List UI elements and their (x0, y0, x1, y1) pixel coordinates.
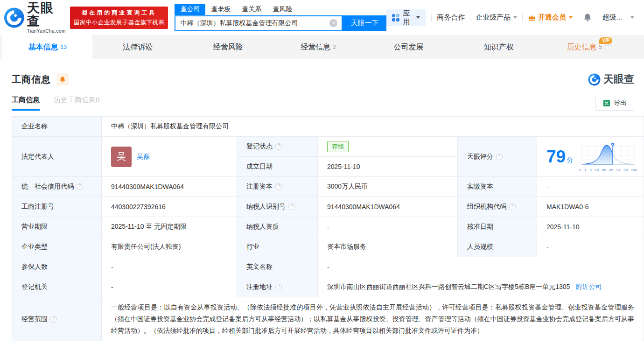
nearby-companies-link[interactable]: 附近公司 (575, 283, 602, 290)
score-distribution-chart: 0131550859799100 (579, 141, 637, 172)
org-code-label: 组织机构代码? (458, 197, 537, 217)
tab-label: 历史信息 (567, 42, 596, 52)
watermark-logo: 天眼查 (588, 72, 634, 86)
table-row: 营业期限 2025-11-10 至 无固定期限 纳税人资质 - 核准日期 202… (12, 217, 644, 237)
tab-intellectual-property[interactable]: 知识产权 (454, 35, 544, 59)
reg-status-label: 登记状态? (237, 137, 318, 157)
main-tab-bar: 基本信息 13 法律诉讼 经营风险 经营信息 2 公司发展 知识产权 VIP 历… (0, 35, 644, 59)
biz-term-value: 2025-11-10 至 无固定期限 (102, 217, 237, 237)
status-badge: 存续 (327, 141, 349, 152)
help-icon[interactable]: ? (509, 204, 516, 210)
tab-count: 13 (61, 44, 67, 50)
vip-badge: VIP (599, 37, 612, 44)
nav-open-vip[interactable]: 开通会员 (523, 13, 578, 22)
business-info-table: 企业名称 中稀（深圳）私募股权基金管理有限公司 法定代表人 吴 吴磊 登记状态?… (12, 116, 644, 341)
search-input[interactable] (175, 19, 329, 28)
legal-rep-avatar[interactable]: 吴 (111, 147, 132, 167)
help-icon[interactable]: ? (275, 183, 282, 190)
nav-enterprise-products[interactable]: 企业级产品 (470, 13, 522, 22)
org-code-value: MAK1DWA0-6 (537, 197, 644, 217)
logo-title: 天眼查 (27, 1, 66, 28)
company-type-value: 有限责任公司(法人独资) (102, 237, 237, 257)
table-row: 登记机关 - 注册地址? 深圳市南山区西丽街道西丽社区兴科一路创智云城二期C区写… (12, 277, 644, 297)
subtab-history-business-info[interactable]: 历史工商信息0 (54, 96, 99, 111)
nav-business-cooperation[interactable]: 商务合作 (432, 13, 470, 22)
reg-no-label: 工商注册号 (12, 197, 102, 217)
monitor-bell-badge[interactable] (56, 73, 69, 85)
help-icon[interactable]: ? (50, 316, 57, 323)
search-row: × 天眼一下 (175, 15, 386, 31)
logo-domain: TianYanCha.com (27, 28, 66, 34)
tab-label: 经营信息 (301, 42, 330, 52)
scope-label: 经营范围? (12, 297, 102, 341)
export-label: 导出 (614, 99, 627, 107)
tianyan-score-label: 天眼评分? (458, 137, 537, 177)
legal-rep-link[interactable]: 吴磊 (137, 153, 150, 161)
score-bell-curve (579, 141, 637, 167)
paid-capital-label: 实缴资本 (458, 177, 537, 197)
clear-icon[interactable]: × (329, 19, 337, 27)
industry-value: 资本市场服务 (318, 237, 458, 257)
logo-text: 天眼查 TianYanCha.com (27, 1, 66, 34)
tianyancha-watermark-icon (588, 73, 601, 86)
address-text: 深圳市南山区西丽街道西丽社区兴科一路创智云城二期C区写字楼5栋B座一单元1305 (327, 283, 570, 290)
tianyancha-logo[interactable]: 天眼查 TianYanCha.com (4, 1, 66, 34)
reg-capital-label: 注册资本? (237, 177, 318, 197)
tab-company-development[interactable]: 公司发展 (364, 35, 454, 59)
score-axis: 0131550859799100 (579, 168, 637, 172)
excel-icon (603, 99, 610, 107)
tab-label: 经营风险 (213, 42, 243, 52)
help-icon[interactable]: ? (275, 284, 282, 290)
help-icon[interactable]: ? (77, 183, 83, 190)
help-icon[interactable]: ? (605, 44, 611, 50)
tab-operating-risk[interactable]: 经营风险 (183, 35, 273, 59)
uscc-value: 91440300MAK1DWA064 (102, 177, 237, 197)
reg-authority-value: - (102, 277, 237, 297)
paid-capital-value: - (537, 177, 644, 197)
top-nav: 应用 商务合作 企业级产品 开通会员 超级... (386, 9, 639, 26)
reg-capital-value: 3000万人民币 (318, 177, 458, 197)
biz-term-label: 营业期限 (12, 217, 102, 237)
help-icon[interactable]: ? (275, 143, 282, 150)
taxpayer-qual-value: - (318, 217, 458, 237)
taxpayer-id-value: 91440300MAK1DWA064 (318, 197, 458, 217)
search-tab-risk[interactable]: 查风险 (267, 4, 298, 15)
en-name-value: - (318, 257, 644, 277)
tab-label: 基本信息 (28, 42, 58, 52)
tab-count: 2 (333, 44, 336, 50)
help-icon[interactable]: ? (496, 154, 503, 160)
chevron-down-icon (416, 16, 420, 19)
tab-legal-proceedings[interactable]: 法律诉讼 (92, 35, 182, 59)
search-input-wrap: × (175, 15, 343, 31)
notification-bell[interactable] (578, 13, 597, 22)
search-button[interactable]: 天眼一下 (343, 15, 386, 31)
company-name-label: 企业名称 (12, 117, 102, 137)
nav-super[interactable]: 超级... (597, 13, 640, 22)
search-block: 查公司 查老板 查关系 查风险 × 天眼一下 (175, 4, 386, 31)
tab-basic-info[interactable]: 基本信息 13 (2, 35, 92, 59)
est-date-label: 成立日期 (237, 157, 318, 177)
tianyan-score-value: 79分 (537, 137, 644, 177)
nav-apps[interactable]: 应用 (386, 9, 426, 26)
table-row: 企业名称 中稀（深圳）私募股权基金管理有限公司 (12, 117, 644, 137)
search-tab-relation[interactable]: 查关系 (236, 4, 267, 15)
search-tab-company[interactable]: 查公司 (175, 4, 205, 15)
company-type-label: 企业类型 (12, 237, 102, 257)
taxpayer-id-label: 纳税人识别号? (237, 197, 318, 217)
tab-history-info[interactable]: VIP 历史信息 5 ? (544, 35, 634, 59)
approval-date-label: 核准日期 (458, 217, 537, 237)
export-button[interactable]: 导出 (595, 96, 634, 111)
help-icon[interactable]: ? (288, 204, 295, 210)
nav-super-label: 超级... (602, 13, 623, 22)
content: 工商信息 天眼查 工商信息 历史工商信息0 (0, 59, 644, 341)
tab-count: 5 (599, 44, 602, 50)
search-tabs: 查公司 查老板 查关系 查风险 (175, 4, 343, 15)
crown-icon (528, 14, 536, 21)
nav-apps-label: 应用 (403, 9, 410, 27)
subtab-business-info[interactable]: 工商信息 (12, 96, 40, 111)
nav-enterprise-label: 企业级产品 (476, 13, 511, 22)
search-tab-boss[interactable]: 查老板 (205, 4, 236, 15)
table-row: 法定代表人 吴 吴磊 登记状态? 存续 天眼评分? 79分 (12, 137, 644, 157)
tab-operating-info[interactable]: 经营信息 2 (273, 35, 363, 59)
est-date-value: 2025-11-10 (318, 157, 458, 177)
